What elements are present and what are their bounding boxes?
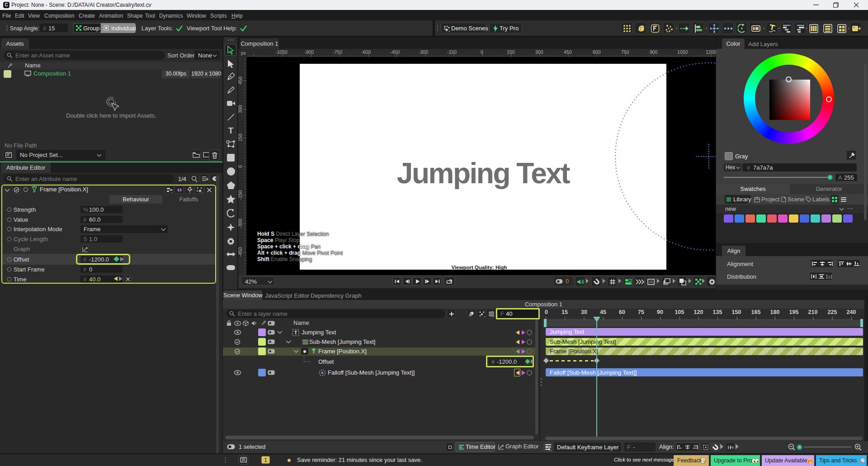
- svg-text:T: T: [294, 330, 297, 335]
